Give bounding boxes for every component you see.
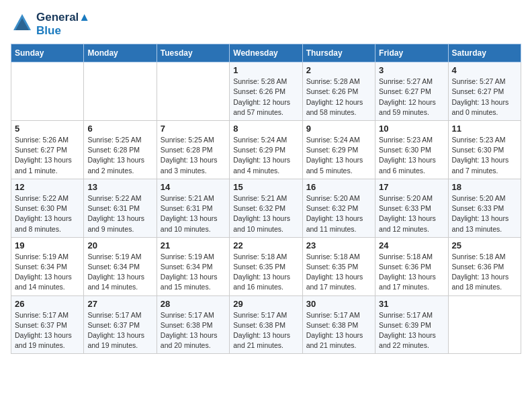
day-number: 21 bbox=[161, 240, 226, 250]
day-cell: 1Sunrise: 5:28 AMSunset: 6:26 PMDaylight… bbox=[230, 62, 302, 121]
day-cell: 9Sunrise: 5:24 AMSunset: 6:29 PMDaylight… bbox=[302, 120, 375, 179]
day-number: 13 bbox=[87, 182, 152, 192]
day-cell: 3Sunrise: 5:27 AMSunset: 6:27 PMDaylight… bbox=[375, 62, 448, 121]
week-row-2: 5Sunrise: 5:26 AMSunset: 6:27 PMDaylight… bbox=[11, 120, 521, 179]
page-header: General▲ Blue bbox=[11, 11, 521, 37]
day-cell: 25Sunrise: 5:18 AMSunset: 6:36 PMDayligh… bbox=[448, 237, 521, 295]
day-info: Sunrise: 5:18 AMSunset: 6:35 PMDaylight:… bbox=[233, 252, 298, 293]
day-cell: 6Sunrise: 5:25 AMSunset: 6:28 PMDaylight… bbox=[84, 120, 157, 179]
day-number: 17 bbox=[379, 182, 444, 192]
day-info: Sunrise: 5:17 AMSunset: 6:38 PMDaylight:… bbox=[161, 310, 226, 351]
day-info: Sunrise: 5:17 AMSunset: 6:38 PMDaylight:… bbox=[306, 310, 371, 351]
day-info: Sunrise: 5:23 AMSunset: 6:30 PMDaylight:… bbox=[379, 135, 444, 176]
day-number: 28 bbox=[161, 299, 226, 309]
day-number: 30 bbox=[306, 299, 371, 309]
day-cell: 11Sunrise: 5:23 AMSunset: 6:30 PMDayligh… bbox=[448, 120, 521, 179]
day-cell: 19Sunrise: 5:19 AMSunset: 6:34 PMDayligh… bbox=[11, 237, 84, 295]
day-cell bbox=[448, 295, 521, 354]
day-cell: 23Sunrise: 5:18 AMSunset: 6:35 PMDayligh… bbox=[302, 237, 375, 295]
day-info: Sunrise: 5:17 AMSunset: 6:39 PMDaylight:… bbox=[379, 310, 444, 351]
day-cell bbox=[84, 62, 157, 121]
day-info: Sunrise: 5:26 AMSunset: 6:27 PMDaylight:… bbox=[15, 135, 80, 176]
day-number: 18 bbox=[452, 182, 517, 192]
day-number: 25 bbox=[452, 240, 517, 250]
day-number: 22 bbox=[233, 240, 298, 250]
header-cell-thursday: Thursday bbox=[302, 44, 375, 62]
day-number: 7 bbox=[161, 124, 226, 134]
day-cell bbox=[157, 62, 229, 121]
day-cell: 28Sunrise: 5:17 AMSunset: 6:38 PMDayligh… bbox=[157, 295, 229, 354]
day-info: Sunrise: 5:17 AMSunset: 6:37 PMDaylight:… bbox=[87, 310, 152, 351]
week-row-1: 1Sunrise: 5:28 AMSunset: 6:26 PMDaylight… bbox=[11, 62, 521, 121]
day-info: Sunrise: 5:17 AMSunset: 6:38 PMDaylight:… bbox=[233, 310, 298, 351]
day-cell: 12Sunrise: 5:22 AMSunset: 6:30 PMDayligh… bbox=[11, 179, 84, 237]
day-number: 12 bbox=[15, 182, 80, 192]
day-info: Sunrise: 5:23 AMSunset: 6:30 PMDaylight:… bbox=[452, 135, 517, 176]
day-cell: 2Sunrise: 5:28 AMSunset: 6:26 PMDaylight… bbox=[302, 62, 375, 121]
week-row-5: 26Sunrise: 5:17 AMSunset: 6:37 PMDayligh… bbox=[11, 295, 521, 354]
day-number: 1 bbox=[233, 65, 298, 75]
day-cell: 14Sunrise: 5:21 AMSunset: 6:31 PMDayligh… bbox=[157, 179, 229, 237]
day-number: 5 bbox=[15, 124, 80, 134]
day-cell: 29Sunrise: 5:17 AMSunset: 6:38 PMDayligh… bbox=[230, 295, 302, 354]
day-info: Sunrise: 5:24 AMSunset: 6:29 PMDaylight:… bbox=[233, 135, 298, 176]
day-cell: 24Sunrise: 5:18 AMSunset: 6:36 PMDayligh… bbox=[375, 237, 448, 295]
day-info: Sunrise: 5:25 AMSunset: 6:28 PMDaylight:… bbox=[161, 135, 226, 176]
logo: General▲ Blue bbox=[11, 11, 90, 37]
day-info: Sunrise: 5:20 AMSunset: 6:32 PMDaylight:… bbox=[306, 193, 371, 234]
day-number: 8 bbox=[233, 124, 298, 134]
day-number: 14 bbox=[161, 182, 226, 192]
day-cell: 4Sunrise: 5:27 AMSunset: 6:27 PMDaylight… bbox=[448, 62, 521, 121]
week-row-4: 19Sunrise: 5:19 AMSunset: 6:34 PMDayligh… bbox=[11, 237, 521, 295]
day-cell: 31Sunrise: 5:17 AMSunset: 6:39 PMDayligh… bbox=[375, 295, 448, 354]
day-info: Sunrise: 5:17 AMSunset: 6:37 PMDaylight:… bbox=[15, 310, 80, 351]
day-cell: 21Sunrise: 5:19 AMSunset: 6:34 PMDayligh… bbox=[157, 237, 229, 295]
day-info: Sunrise: 5:18 AMSunset: 6:35 PMDaylight:… bbox=[306, 252, 371, 293]
day-info: Sunrise: 5:27 AMSunset: 6:27 PMDaylight:… bbox=[452, 77, 517, 118]
day-cell: 16Sunrise: 5:20 AMSunset: 6:32 PMDayligh… bbox=[302, 179, 375, 237]
day-number: 26 bbox=[15, 299, 80, 309]
day-info: Sunrise: 5:18 AMSunset: 6:36 PMDaylight:… bbox=[379, 252, 444, 293]
day-cell: 8Sunrise: 5:24 AMSunset: 6:29 PMDaylight… bbox=[230, 120, 302, 179]
day-info: Sunrise: 5:20 AMSunset: 6:33 PMDaylight:… bbox=[452, 193, 517, 234]
day-info: Sunrise: 5:19 AMSunset: 6:34 PMDaylight:… bbox=[87, 252, 152, 293]
calendar-table: SundayMondayTuesdayWednesdayThursdayFrid… bbox=[11, 44, 521, 354]
day-number: 9 bbox=[306, 124, 371, 134]
day-number: 6 bbox=[87, 124, 152, 134]
day-info: Sunrise: 5:19 AMSunset: 6:34 PMDaylight:… bbox=[15, 252, 80, 293]
day-cell: 13Sunrise: 5:22 AMSunset: 6:31 PMDayligh… bbox=[84, 179, 157, 237]
header-cell-sunday: Sunday bbox=[11, 44, 84, 62]
day-cell: 17Sunrise: 5:20 AMSunset: 6:33 PMDayligh… bbox=[375, 179, 448, 237]
logo-line2: Blue bbox=[36, 24, 90, 38]
header-cell-friday: Friday bbox=[375, 44, 448, 62]
day-number: 19 bbox=[15, 240, 80, 250]
header-cell-wednesday: Wednesday bbox=[230, 44, 302, 62]
logo-icon bbox=[11, 11, 34, 34]
day-number: 20 bbox=[87, 240, 152, 250]
day-info: Sunrise: 5:22 AMSunset: 6:31 PMDaylight:… bbox=[87, 193, 152, 234]
day-number: 27 bbox=[87, 299, 152, 309]
day-cell bbox=[11, 62, 84, 121]
day-number: 2 bbox=[306, 65, 371, 75]
day-cell: 7Sunrise: 5:25 AMSunset: 6:28 PMDaylight… bbox=[157, 120, 229, 179]
logo-line1: General▲ bbox=[36, 11, 90, 24]
day-number: 29 bbox=[233, 299, 298, 309]
header-cell-monday: Monday bbox=[84, 44, 157, 62]
day-info: Sunrise: 5:27 AMSunset: 6:27 PMDaylight:… bbox=[379, 77, 444, 118]
header-cell-tuesday: Tuesday bbox=[157, 44, 229, 62]
day-info: Sunrise: 5:20 AMSunset: 6:33 PMDaylight:… bbox=[379, 193, 444, 234]
day-cell: 27Sunrise: 5:17 AMSunset: 6:37 PMDayligh… bbox=[84, 295, 157, 354]
header-row: SundayMondayTuesdayWednesdayThursdayFrid… bbox=[11, 44, 521, 62]
day-cell: 15Sunrise: 5:21 AMSunset: 6:32 PMDayligh… bbox=[230, 179, 302, 237]
day-number: 24 bbox=[379, 240, 444, 250]
week-row-3: 12Sunrise: 5:22 AMSunset: 6:30 PMDayligh… bbox=[11, 179, 521, 237]
day-info: Sunrise: 5:21 AMSunset: 6:31 PMDaylight:… bbox=[161, 193, 226, 234]
day-info: Sunrise: 5:28 AMSunset: 6:26 PMDaylight:… bbox=[306, 77, 371, 118]
day-cell: 30Sunrise: 5:17 AMSunset: 6:38 PMDayligh… bbox=[302, 295, 375, 354]
day-cell: 5Sunrise: 5:26 AMSunset: 6:27 PMDaylight… bbox=[11, 120, 84, 179]
day-cell: 18Sunrise: 5:20 AMSunset: 6:33 PMDayligh… bbox=[448, 179, 521, 237]
day-number: 15 bbox=[233, 182, 298, 192]
day-cell: 10Sunrise: 5:23 AMSunset: 6:30 PMDayligh… bbox=[375, 120, 448, 179]
day-info: Sunrise: 5:24 AMSunset: 6:29 PMDaylight:… bbox=[306, 135, 371, 176]
day-info: Sunrise: 5:19 AMSunset: 6:34 PMDaylight:… bbox=[161, 252, 226, 293]
